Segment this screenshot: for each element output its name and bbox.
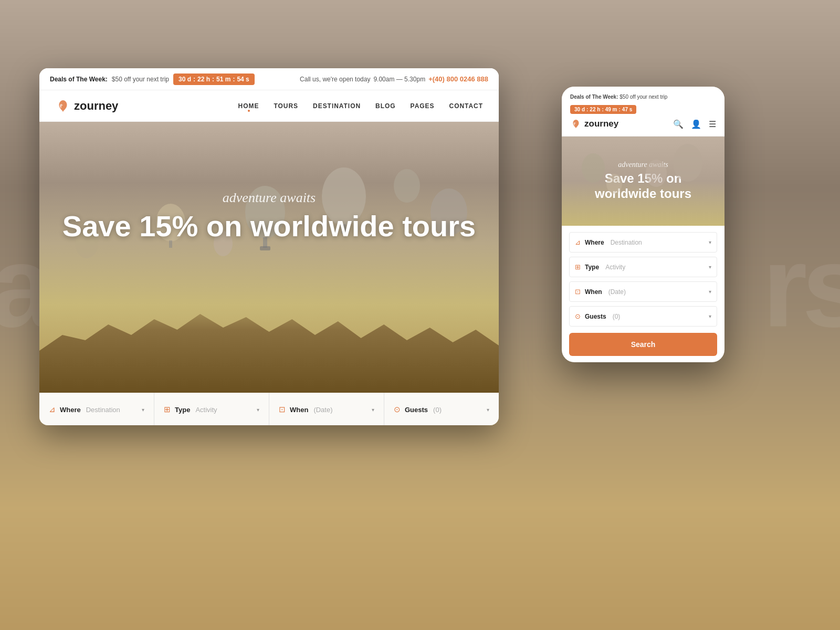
mobile-account-icon[interactable]: 👤 (691, 119, 701, 129)
mobile-type-row[interactable]: ⊞ Type Activity ▾ (569, 257, 717, 277)
mobile-logo-text: zourney (584, 119, 618, 129)
mobile-where-row[interactable]: ⊿ Where Destination ▾ (569, 232, 717, 253)
countdown-hours: 22 h (197, 76, 210, 83)
where-arrow: ▾ (142, 407, 144, 413)
search-where-field[interactable]: ⊿ Where Destination ▾ (39, 393, 154, 425)
guests-value: (0) (433, 406, 442, 414)
mobile-logo-icon (570, 118, 582, 130)
business-hours: 9.00am — 5.30pm (373, 76, 425, 83)
call-text: Call us, we're open today (300, 76, 370, 83)
mobile-search-form: ⊿ Where Destination ▾ ⊞ Type Activity ▾ … (562, 226, 724, 362)
search-guests-field[interactable]: ⊙ Guests (0) ▾ (384, 393, 499, 425)
mobile-when-label: When (585, 288, 602, 296)
search-bar: ⊿ Where Destination ▾ ⊞ Type Activity ▾ … (39, 393, 499, 425)
guests-arrow: ▾ (487, 407, 489, 413)
mobile-deals-row: Deals of The Week: $50 off your next tri… (570, 94, 716, 100)
where-label: Where (60, 406, 81, 414)
mobile-type-label: Type (585, 264, 599, 271)
svg-point-12 (646, 160, 667, 187)
hero-section: adventure awaits Save 15% on worldwide t… (39, 122, 499, 425)
svg-point-11 (673, 144, 702, 182)
when-arrow: ▾ (372, 407, 374, 413)
mobile-when-row[interactable]: ⊡ When (Date) ▾ (569, 281, 717, 302)
countdown-sep2: : (212, 76, 214, 83)
mobile-search-icon[interactable]: 🔍 (673, 119, 684, 129)
mobile-top-bar: Deals of The Week: $50 off your next tri… (562, 87, 724, 136)
mobile-type-icon: ⊞ (575, 263, 581, 271)
mobile-minutes: 49 m (605, 107, 617, 112)
mobile-countdown: 30 d : 22 h : 49 m : 47 s (570, 105, 636, 114)
svg-point-14 (606, 174, 622, 194)
mobile-balloons (562, 136, 724, 226)
logo[interactable]: zourney (55, 98, 118, 114)
mobile-deals-label: Deals of The Week: $50 off your next tri… (570, 94, 667, 100)
hero-title: Save 15% on worldwide tours (39, 210, 499, 243)
nav-links: HOME TOURS DESTINATION BLOG PAGES CONTAC… (238, 102, 483, 110)
mobile-where-label: Where (585, 239, 604, 246)
mobile-logo[interactable]: zourney (570, 118, 618, 130)
countdown-sep1: : (193, 76, 195, 83)
mobile-guests-left: ⊙ Guests (0) (575, 312, 620, 320)
hero-text-area: adventure awaits Save 15% on worldwide t… (39, 190, 499, 243)
mobile-nav-icons: 🔍 👤 ☰ (673, 119, 716, 129)
logo-text: zourney (74, 99, 118, 113)
nav-item-pages[interactable]: PAGES (411, 102, 435, 110)
when-label: When (290, 406, 308, 414)
mobile-guests-value: (0) (613, 313, 621, 320)
mobile-menu-icon[interactable]: ☰ (709, 119, 716, 129)
svg-point-13 (582, 153, 605, 183)
search-when-field[interactable]: ⊡ When (Date) ▾ (269, 393, 384, 425)
nav-item-contact[interactable]: CONTACT (449, 102, 484, 110)
deals-label: Deals of The Week: (50, 76, 108, 83)
mobile-guests-row[interactable]: ⊙ Guests (0) ▾ (569, 306, 717, 327)
mobile-days: 30 d (574, 107, 585, 112)
mobile-nav: zourney 🔍 👤 ☰ (570, 114, 716, 132)
mobile-type-arrow: ▾ (709, 264, 711, 270)
calendar-icon: ⊡ (279, 405, 286, 414)
mobile-where-arrow: ▾ (709, 239, 711, 245)
guests-label: Guests (405, 406, 428, 414)
when-value: (Date) (313, 406, 332, 414)
svg-rect-2 (260, 246, 270, 250)
location-icon: ⊿ (49, 405, 56, 414)
type-value: Activity (195, 406, 217, 414)
type-icon: ⊞ (164, 405, 171, 414)
countdown-timer: 30 d : 22 h : 51 m : 54 s (173, 74, 255, 85)
mobile-type-left: ⊞ Type Activity (575, 263, 625, 271)
countdown-days: 30 d (178, 76, 191, 83)
mobile-guests-label: Guests (585, 313, 606, 320)
mobile-location-icon: ⊿ (575, 238, 581, 246)
deals-section: Deals of The Week: $50 off your next tri… (50, 74, 255, 85)
mobile-when-arrow: ▾ (709, 289, 711, 295)
mobile-hero: adventure awaits Save 15% on worldwide t… (562, 136, 724, 226)
nav-item-tours[interactable]: TOURS (274, 102, 298, 110)
mobile-guests-icon: ⊙ (575, 312, 581, 320)
mobile-when-value: (Date) (608, 288, 626, 296)
countdown-sep3: : (233, 76, 235, 83)
search-type-field[interactable]: ⊞ Type Activity ▾ (154, 393, 269, 425)
logo-icon (55, 98, 71, 114)
mobile-deals-text: $50 off your next trip (620, 94, 667, 100)
countdown-seconds: 54 s (237, 76, 249, 83)
mobile-where-value: Destination (611, 239, 642, 246)
mobile-hours: 22 h (590, 107, 600, 112)
bg-text-right: rs (762, 220, 840, 353)
deals-text: $50 off your next trip (112, 76, 169, 83)
mobile-where-left: ⊿ Where Destination (575, 238, 642, 246)
nav-item-home[interactable]: HOME (238, 102, 259, 110)
nav-item-blog[interactable]: BLOG (375, 102, 396, 110)
mobile-search-button[interactable]: Search (569, 333, 717, 356)
nav-item-destination[interactable]: DESTINATION (313, 102, 361, 110)
countdown-minutes: 51 m (216, 76, 230, 83)
type-label: Type (175, 406, 190, 414)
where-value: Destination (86, 406, 120, 414)
guests-icon: ⊙ (394, 405, 401, 414)
type-arrow: ▾ (257, 407, 259, 413)
hero-subtitle: adventure awaits (39, 190, 499, 206)
phone-number[interactable]: +(40) 800 0246 888 (428, 75, 488, 83)
mobile-when-left: ⊡ When (Date) (575, 288, 626, 296)
mobile-deals-strong: Deals of The Week: (570, 94, 618, 100)
desktop-mockup: Deals of The Week: $50 off your next tri… (39, 68, 499, 425)
mobile-guests-arrow: ▾ (709, 313, 711, 319)
mobile-type-value: Activity (605, 264, 625, 271)
